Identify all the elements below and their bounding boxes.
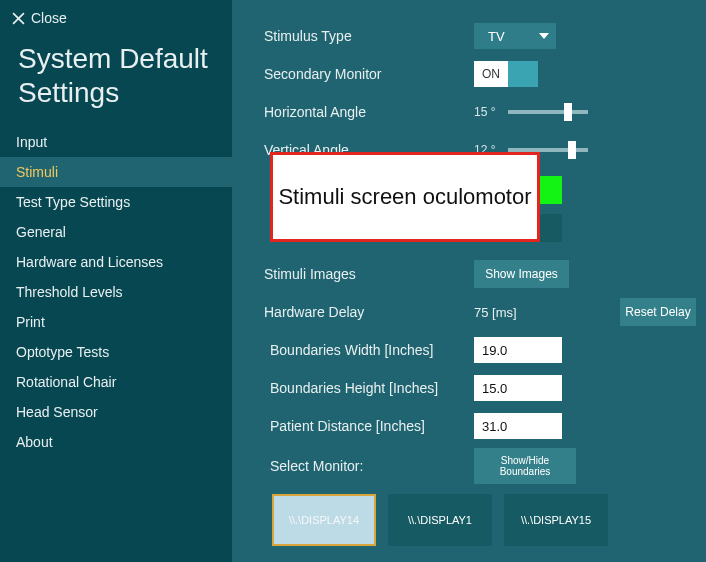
chevron-down-icon (538, 32, 550, 40)
sidebar-item-optotype-tests[interactable]: Optotype Tests (0, 337, 232, 367)
secondary-monitor-toggle[interactable]: ON (474, 61, 538, 87)
horizontal-angle-label: Horizontal Angle (264, 104, 474, 120)
monitor-selector: \\.\DISPLAY14 \\.\DISPLAY1 \\.\DISPLAY15 (272, 494, 696, 546)
sidebar-item-print[interactable]: Print (0, 307, 232, 337)
stimulus-type-value: TV (488, 29, 505, 44)
sidebar-item-rotational-chair[interactable]: Rotational Chair (0, 367, 232, 397)
stimulus-type-label: Stimulus Type (264, 28, 474, 44)
secondary-monitor-label: Secondary Monitor (264, 66, 474, 82)
monitor-tile-display14[interactable]: \\.\DISPLAY14 (272, 494, 376, 546)
close-icon (12, 12, 25, 25)
sidebar-item-test-type[interactable]: Test Type Settings (0, 187, 232, 217)
slider-thumb[interactable] (568, 141, 576, 159)
select-monitor-label: Select Monitor: (264, 458, 474, 474)
boundaries-width-input[interactable] (474, 337, 562, 363)
patient-distance-input[interactable] (474, 413, 562, 439)
svg-marker-2 (539, 33, 549, 39)
monitor-tile-display1[interactable]: \\.\DISPLAY1 (388, 494, 492, 546)
slider-thumb[interactable] (564, 103, 572, 121)
boundaries-height-label: Boundaries Height [Inches] (264, 380, 474, 396)
sidebar-item-threshold-levels[interactable]: Threshold Levels (0, 277, 232, 307)
sidebar-item-head-sensor[interactable]: Head Sensor (0, 397, 232, 427)
page-title: System Default Settings (0, 34, 232, 127)
sidebar-item-stimuli[interactable]: Stimuli (0, 157, 232, 187)
toggle-knob: ON (474, 61, 508, 87)
stimulus-type-dropdown[interactable]: TV (474, 23, 556, 49)
show-images-button[interactable]: Show Images (474, 260, 569, 288)
close-button[interactable]: Close (0, 10, 232, 34)
horizontal-angle-slider[interactable] (508, 110, 588, 114)
stimuli-images-label: Stimuli Images (264, 266, 474, 282)
boundaries-width-label: Boundaries Width [Inches] (264, 342, 474, 358)
hardware-delay-label: Hardware Delay (264, 304, 474, 320)
annotation-overlay: Stimuli screen oculomotor (270, 152, 540, 242)
sidebar-nav: Input Stimuli Test Type Settings General… (0, 127, 232, 457)
show-hide-boundaries-button[interactable]: Show/Hide Boundaries (474, 448, 576, 484)
monitor-tile-display15[interactable]: \\.\DISPLAY15 (504, 494, 608, 546)
boundaries-height-input[interactable] (474, 375, 562, 401)
patient-distance-label: Patient Distance [Inches] (264, 418, 474, 434)
close-label: Close (31, 10, 67, 26)
sidebar-item-input[interactable]: Input (0, 127, 232, 157)
sidebar-item-general[interactable]: General (0, 217, 232, 247)
sidebar-item-hardware-licenses[interactable]: Hardware and Licenses (0, 247, 232, 277)
horizontal-angle-value: 15 ° (474, 105, 504, 119)
reset-delay-button[interactable]: Reset Delay (620, 298, 696, 326)
sidebar: Close System Default Settings Input Stim… (0, 0, 232, 562)
hardware-delay-value: 75 [ms] (474, 305, 517, 320)
main-panel: Stimulus Type TV Secondary Monitor ON Ho… (232, 0, 706, 562)
sidebar-item-about[interactable]: About (0, 427, 232, 457)
